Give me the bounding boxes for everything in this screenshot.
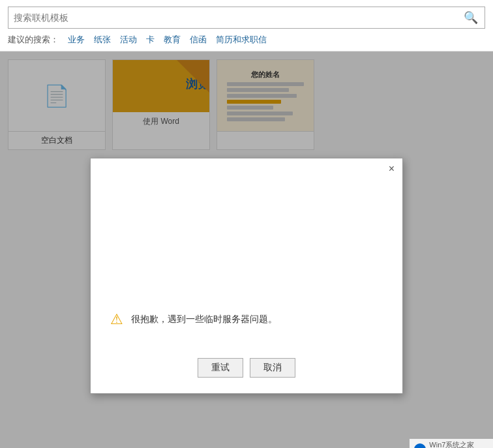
watermark: W7 Win7系统之家 www.Winwin7.com xyxy=(410,439,493,448)
suggestion-简历[interactable]: 简历和求职信 xyxy=(216,34,267,46)
suggestion-活动[interactable]: 活动 xyxy=(120,34,137,46)
modal-close-button[interactable]: × xyxy=(386,162,397,175)
search-button[interactable]: 🔍 xyxy=(462,10,479,25)
modal-dialog: × ⚠ 很抱歉，遇到一些临时服务器问题。 重试 取消 xyxy=(90,158,403,394)
suggestions-row: 建议的搜索： 业务 纸张 活动 卡 教育 信函 简历和求职信 xyxy=(8,34,485,51)
modal-footer: 重试 取消 xyxy=(91,348,402,393)
watermark-icon: W7 xyxy=(413,443,426,449)
watermark-text: Win7系统之家 www.Winwin7.com xyxy=(429,440,489,448)
warning-icon: ⚠ xyxy=(110,311,123,328)
search-input[interactable] xyxy=(14,12,462,23)
suggestion-信函[interactable]: 信函 xyxy=(190,34,207,46)
suggestion-业务[interactable]: 业务 xyxy=(68,34,85,46)
search-area: 🔍 建议的搜索： 业务 纸张 活动 卡 教育 信函 简历和求职信 xyxy=(0,0,493,52)
suggestions-label: 建议的搜索： xyxy=(8,34,59,46)
suggestion-纸张[interactable]: 纸张 xyxy=(94,34,111,46)
modal-overlay: × ⚠ 很抱歉，遇到一些临时服务器问题。 重试 取消 xyxy=(0,52,493,448)
main-content: 📄 空白文档 浏览 使用 Word 您的姓名 xyxy=(0,52,493,448)
search-icon: 🔍 xyxy=(464,11,478,24)
modal-error-row: ⚠ 很抱歉，遇到一些临时服务器问题。 xyxy=(110,311,277,328)
suggestion-卡[interactable]: 卡 xyxy=(146,34,155,46)
suggestion-教育[interactable]: 教育 xyxy=(164,34,181,46)
modal-error-text: 很抱歉，遇到一些临时服务器问题。 xyxy=(131,314,277,325)
modal-body: ⚠ 很抱歉，遇到一些临时服务器问题。 xyxy=(91,158,402,348)
cancel-button[interactable]: 取消 xyxy=(250,358,295,378)
modal-content-area: ⚠ 很抱歉，遇到一些临时服务器问题。 xyxy=(110,185,383,328)
search-bar: 🔍 xyxy=(8,7,485,29)
retry-button[interactable]: 重试 xyxy=(198,358,243,378)
